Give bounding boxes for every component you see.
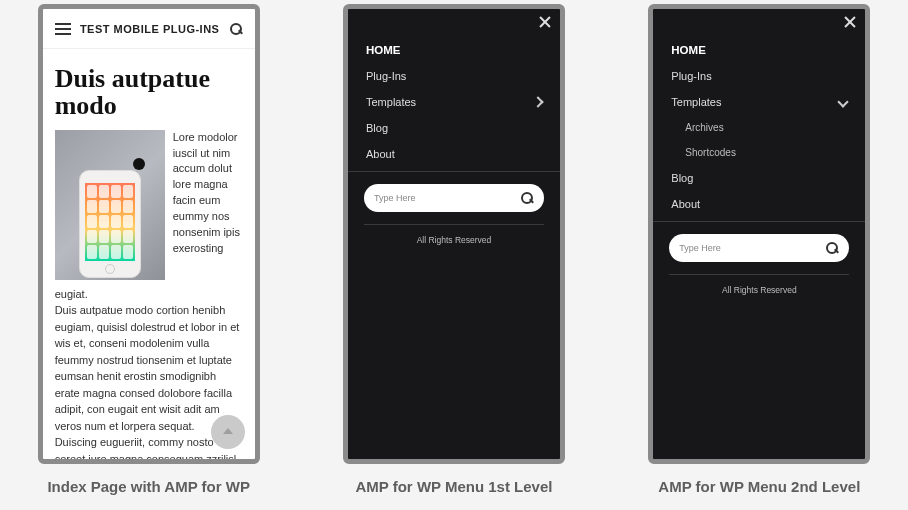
submenu-item-shortcodes[interactable]: Shortcodes [681, 140, 851, 165]
footer-text: All Rights Reserved [653, 285, 865, 295]
search-placeholder: Type Here [679, 243, 721, 253]
menu-item-blog[interactable]: Blog [362, 115, 546, 141]
menu-item-plugins[interactable]: Plug-Ins [667, 63, 851, 89]
menu-item-templates[interactable]: Templates [667, 89, 851, 115]
panel-caption: Index Page with AMP for WP [47, 478, 250, 495]
menu-level-1-screenshot: HOME Plug-Ins Templates Blog About Type … [343, 4, 565, 464]
site-title: TEST MOBILE PLUG-INS [80, 23, 220, 35]
menu-item-home[interactable]: HOME [667, 37, 851, 63]
menu-level-2-screenshot: HOME Plug-Ins Templates Archives Shortco… [648, 4, 870, 464]
index-page-screenshot: TEST MOBILE PLUG-INS Duis autpatue modo … [38, 4, 260, 464]
search-input[interactable]: Type Here [669, 234, 849, 262]
post-title: Duis autpatue modo [55, 65, 243, 120]
search-icon[interactable] [229, 22, 243, 36]
close-icon[interactable] [538, 15, 552, 29]
search-icon[interactable] [520, 191, 534, 205]
menu-item-plugins[interactable]: Plug-Ins [362, 63, 546, 89]
chevron-right-icon [532, 96, 543, 107]
close-icon[interactable] [843, 15, 857, 29]
panel-caption: AMP for WP Menu 1st Level [355, 478, 552, 495]
top-bar: TEST MOBILE PLUG-INS [43, 9, 255, 49]
search-input[interactable]: Type Here [364, 184, 544, 212]
footer-text: All Rights Reserved [348, 235, 560, 245]
search-icon[interactable] [825, 241, 839, 255]
scroll-top-button[interactable] [211, 415, 245, 449]
menu-item-about[interactable]: About [362, 141, 546, 167]
post-featured-image [55, 130, 165, 280]
menu-item-about[interactable]: About [667, 191, 851, 217]
hamburger-menu-icon[interactable] [55, 23, 71, 35]
chevron-down-icon [838, 96, 849, 107]
menu-item-blog[interactable]: Blog [667, 165, 851, 191]
menu-item-home[interactable]: HOME [362, 37, 546, 63]
nav-menu: HOME Plug-Ins Templates Archives Shortco… [653, 37, 865, 222]
submenu-item-archives[interactable]: Archives [681, 115, 851, 140]
menu-item-templates[interactable]: Templates [362, 89, 546, 115]
panel-caption: AMP for WP Menu 2nd Level [658, 478, 860, 495]
post-lead-text: Lore modolor iuscil ut nim accum dolut l… [173, 130, 243, 280]
search-placeholder: Type Here [374, 193, 416, 203]
nav-menu: HOME Plug-Ins Templates Blog About [348, 37, 560, 172]
